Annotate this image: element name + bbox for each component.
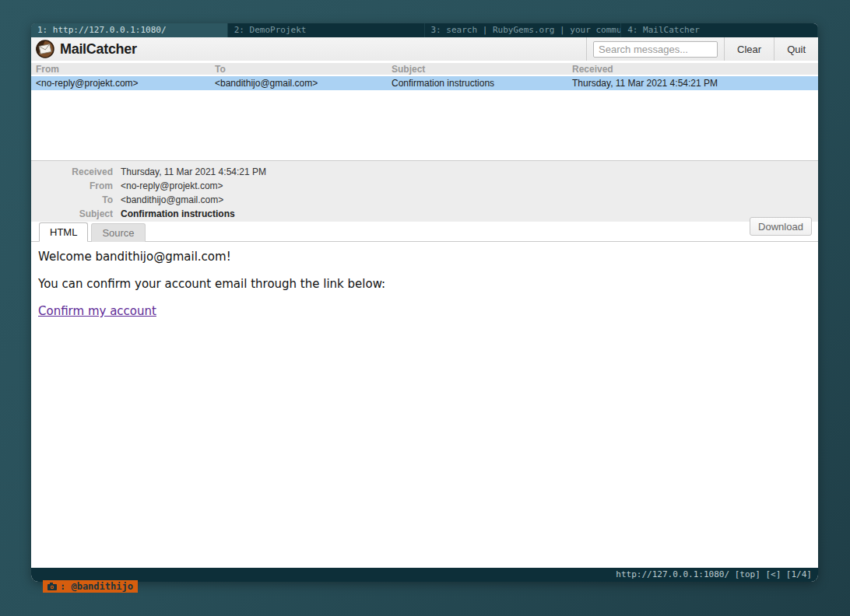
search-input[interactable]	[593, 41, 718, 58]
column-header-received[interactable]: Received	[567, 63, 818, 75]
watermark-text: : @bandithijo	[60, 580, 133, 593]
quit-button[interactable]: Quit	[774, 37, 818, 61]
browser-tab-3[interactable]: 3: search | RubyGems.org | your communi…	[425, 23, 622, 37]
mailcatcher-logo-icon	[35, 39, 55, 59]
browser-window: 1: http://127.0.0.1:1080/ 2: DemoProjekt…	[31, 23, 818, 582]
watermark-badge: : @bandithijo	[43, 580, 138, 593]
clear-button[interactable]: Clear	[724, 37, 774, 61]
detail-label-from: From	[31, 179, 113, 193]
detail-label-received: Received	[31, 165, 113, 179]
cell-subject: Confirmation instructions	[387, 76, 567, 90]
app-title: MailCatcher	[60, 41, 137, 58]
detail-label-to: To	[31, 193, 113, 207]
camera-icon	[47, 583, 57, 590]
browser-status-bar: http://127.0.0.1:1080/ [top] [<] [1/4]	[31, 568, 818, 582]
cell-from: <no-reply@projekt.com>	[31, 76, 210, 90]
body-instruction-text: You can confirm your account email throu…	[38, 277, 811, 292]
detail-value-to: <bandithijo@gmail.com>	[113, 193, 223, 207]
confirm-account-link[interactable]: Confirm my account	[38, 304, 156, 318]
detail-label-subject: Subject	[31, 207, 113, 221]
header-controls: Clear Quit	[586, 37, 818, 61]
browser-tab-bar: 1: http://127.0.0.1:1080/ 2: DemoProjekt…	[31, 23, 818, 37]
column-header-subject[interactable]: Subject	[387, 63, 567, 75]
cell-to: <bandithijo@gmail.com>	[210, 76, 387, 90]
table-header-row: From To Subject Received	[31, 63, 818, 76]
message-table: From To Subject Received <no-reply@proje…	[31, 63, 818, 90]
view-tab-strip: HTML Source	[31, 222, 818, 242]
download-button[interactable]: Download	[750, 217, 812, 236]
message-body: Welcome bandithijo@gmail.com! You can co…	[31, 242, 818, 568]
status-url-text: http://127.0.0.1:1080/ [top] [<] [1/4]	[616, 569, 812, 579]
detail-value-from: <no-reply@projekt.com>	[113, 179, 223, 193]
mailcatcher-header: MailCatcher Clear Quit	[31, 37, 818, 61]
column-header-from[interactable]: From	[31, 63, 210, 75]
column-header-to[interactable]: To	[210, 63, 387, 75]
message-details-panel: Received Thursday, 11 Mar 2021 4:54:21 P…	[31, 160, 818, 222]
body-welcome-text: Welcome bandithijo@gmail.com!	[38, 250, 811, 264]
browser-tab-1[interactable]: 1: http://127.0.0.1:1080/	[31, 23, 228, 37]
browser-tab-2[interactable]: 2: DemoProjekt	[228, 23, 425, 37]
tab-source[interactable]: Source	[91, 223, 145, 242]
browser-tab-4[interactable]: 4: MailCatcher	[621, 23, 818, 37]
detail-value-received: Thursday, 11 Mar 2021 4:54:21 PM	[113, 165, 266, 179]
table-row[interactable]: <no-reply@projekt.com> <bandithijo@gmail…	[31, 76, 818, 90]
tab-html[interactable]: HTML	[39, 222, 88, 242]
detail-value-subject: Confirmation instructions	[113, 207, 235, 221]
cell-received: Thursday, 11 Mar 2021 4:54:21 PM	[567, 76, 818, 90]
